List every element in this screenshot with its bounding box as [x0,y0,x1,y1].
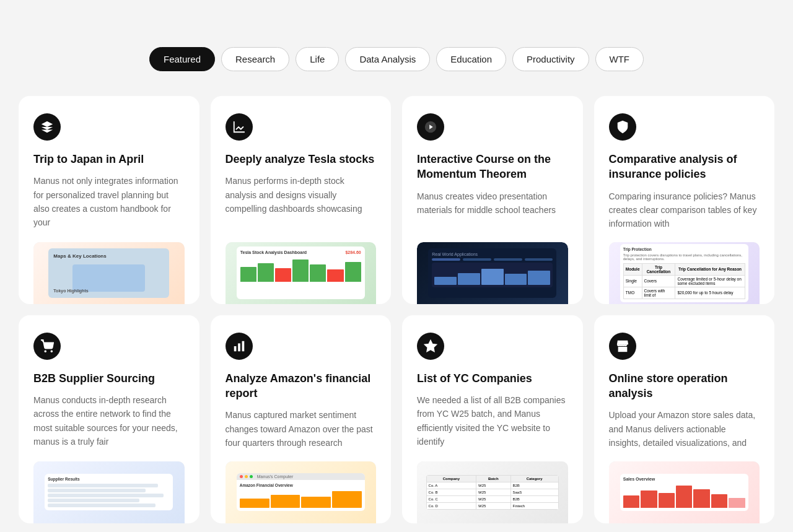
card-title: Analyze Amazon's financial report [226,371,377,401]
card-title: Trip to Japan in April [33,152,185,167]
card-preview: Trip Protection Trip protection covers d… [609,242,760,304]
card-japan[interactable]: Trip to Japan in AprilManus not only int… [19,96,199,304]
card-title: Interactive Course on the Momentum Theor… [417,152,568,182]
card-title: Comparative analysis of insurance polici… [609,152,760,182]
card-desc: Manus conducts in-depth research across … [33,393,185,450]
tab-research[interactable]: Research [221,47,289,71]
svg-rect-6 [242,341,244,352]
shield-icon [609,113,636,141]
card-preview: Manus's Computer Amazon Financial Overvi… [226,461,377,523]
cart-icon [33,333,61,360]
play-icon [417,113,444,141]
filter-tabs: FeaturedResearchLifeData AnalysisEducati… [12,47,781,71]
star-icon [417,333,444,360]
tab-life[interactable]: Life [296,47,339,71]
tab-productivity[interactable]: Productivity [512,47,589,71]
store-icon [609,333,636,360]
card-desc: Manus captured market sentiment changes … [226,408,377,450]
card-desc: Manus not only integrates information fo… [33,174,185,230]
card-preview: Real World Applications [417,242,568,304]
card-title: List of YC Companies [417,371,568,386]
card-preview: Supplier Results [33,461,185,523]
card-desc: We needed a list of all B2B companies fr… [417,393,568,450]
bar-icon [226,333,253,360]
card-amazon-financial[interactable]: Analyze Amazon's financial reportManus c… [211,315,392,523]
card-yc[interactable]: List of YC CompaniesWe needed a list of … [402,315,583,523]
tab-featured[interactable]: Featured [149,47,215,71]
svg-rect-5 [238,343,240,351]
card-preview: Maps & Key Locations Tokyo Highlights [33,242,185,304]
card-title: Deeply analyze Tesla stocks [226,152,377,167]
card-preview: Sales Overview [609,461,760,523]
card-tesla[interactable]: Deeply analyze Tesla stocksManus perform… [211,96,392,304]
card-insurance[interactable]: Comparative analysis of insurance polici… [594,96,775,304]
card-preview: Tesla Stock Analysis Dashboard $284.60 [226,242,377,304]
card-momentum[interactable]: Interactive Course on the Momentum Theor… [402,96,583,304]
tab-wtf[interactable]: WTF [595,47,644,71]
svg-point-3 [51,351,52,352]
tab-data-analysis[interactable]: Data Analysis [345,47,430,71]
card-desc: Manus performs in-depth stock analysis a… [226,174,377,230]
card-online-store[interactable]: Online store operation analysisUpload yo… [594,315,775,523]
card-title: B2B Supplier Sourcing [33,371,185,386]
svg-rect-4 [234,346,236,351]
chart-icon [226,113,253,141]
svg-rect-7 [618,347,626,351]
card-preview: CompanyBatchCategory Co. AW25B2B Co. BW2… [417,461,568,523]
card-title: Online store operation analysis [609,371,760,401]
card-desc: Upload your Amazon store sales data, and… [609,408,760,450]
card-desc: Comparing insurance policies? Manus crea… [609,190,760,231]
card-desc: Manus creates video presentation materia… [417,190,568,231]
tab-education[interactable]: Education [436,47,506,71]
svg-point-2 [45,351,46,352]
card-b2b[interactable]: B2B Supplier SourcingManus conducts in-d… [19,315,199,523]
book-icon [33,113,61,141]
cards-grid: Trip to Japan in AprilManus not only int… [19,96,774,523]
